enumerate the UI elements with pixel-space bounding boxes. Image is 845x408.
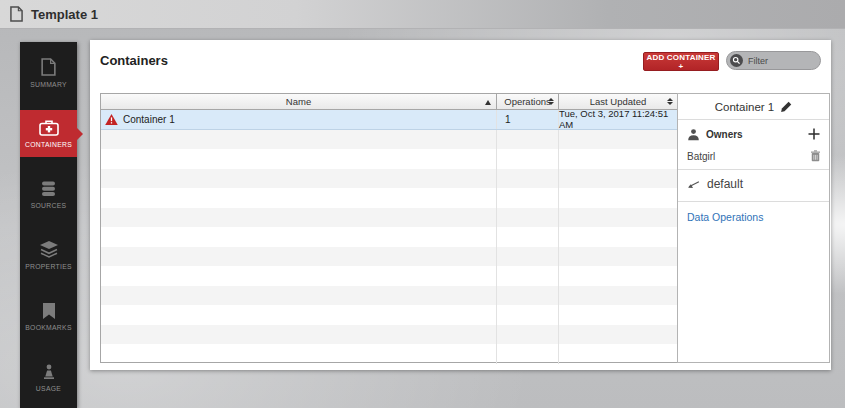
last-updated-cell bbox=[558, 169, 677, 189]
empty-table-row bbox=[101, 247, 677, 267]
person-icon bbox=[687, 128, 700, 141]
window-title: Template 1 bbox=[31, 7, 98, 22]
empty-table-row bbox=[101, 344, 677, 364]
sidebar-item-label: SUMMARY bbox=[30, 81, 67, 88]
name-cell bbox=[101, 208, 496, 228]
last-updated-cell: Tue, Oct 3, 2017 11:24:51 AM bbox=[558, 110, 677, 129]
last-updated-cell bbox=[558, 305, 677, 325]
last-updated-cell bbox=[558, 208, 677, 228]
sidebar-item-label: PROPERTIES bbox=[25, 263, 72, 270]
table-body: Container 1 1 Tue, Oct 3, 2017 11:24:51 … bbox=[101, 110, 677, 364]
branch-name: default bbox=[707, 177, 743, 191]
last-updated-cell bbox=[558, 227, 677, 247]
operations-cell bbox=[496, 188, 558, 208]
sidebar-item-label: SOURCES bbox=[31, 202, 67, 209]
add-container-button[interactable]: ADD CONTAINER + bbox=[643, 52, 719, 71]
empty-table-row bbox=[101, 188, 677, 208]
column-label: Name bbox=[286, 96, 311, 107]
empty-table-row bbox=[101, 266, 677, 286]
name-cell bbox=[101, 286, 496, 306]
empty-table-row bbox=[101, 286, 677, 306]
owners-label: Owners bbox=[706, 129, 802, 140]
table-header: Name Operations Last Updated bbox=[101, 94, 677, 110]
last-updated-cell bbox=[558, 247, 677, 267]
top-bar: Template 1 bbox=[0, 0, 845, 29]
operations-cell bbox=[496, 247, 558, 267]
remove-owner-trash-icon[interactable] bbox=[811, 150, 820, 162]
containers-table: Name Operations Last Updated Container 1 bbox=[100, 93, 678, 363]
search-icon bbox=[730, 54, 743, 67]
owner-name: Batgirl bbox=[687, 151, 805, 162]
edit-pencil-icon[interactable] bbox=[780, 101, 792, 113]
operations-cell bbox=[496, 208, 558, 228]
sidebar-item-usage[interactable]: USAGE bbox=[20, 347, 77, 408]
empty-table-row bbox=[101, 130, 677, 150]
summary-doc-icon bbox=[41, 58, 56, 76]
sidebar-item-bookmarks[interactable]: BOOKMARKS bbox=[20, 286, 77, 347]
detail-title-row: Container 1 bbox=[678, 94, 829, 120]
name-cell: Container 1 bbox=[101, 110, 496, 129]
main-panel: Containers ADD CONTAINER + Name Operatio… bbox=[90, 40, 831, 370]
sort-both-icon bbox=[548, 98, 554, 106]
column-label: Operations bbox=[504, 96, 550, 107]
container-name: Container 1 bbox=[123, 114, 175, 125]
name-cell bbox=[101, 130, 496, 150]
operations-cell bbox=[496, 266, 558, 286]
empty-table-row bbox=[101, 227, 677, 247]
operations-cell bbox=[496, 325, 558, 345]
operations-cell: 1 bbox=[496, 110, 558, 129]
container-detail-panel: Container 1 Owners Batgirl defau bbox=[677, 93, 830, 363]
name-cell bbox=[101, 325, 496, 345]
add-owner-plus-icon[interactable] bbox=[808, 128, 820, 140]
name-cell bbox=[101, 169, 496, 189]
operations-cell bbox=[496, 169, 558, 189]
usage-icon bbox=[41, 364, 57, 380]
last-updated-cell bbox=[558, 325, 677, 345]
detail-container-title: Container 1 bbox=[715, 101, 774, 113]
name-cell bbox=[101, 149, 496, 169]
sort-asc-icon bbox=[485, 100, 491, 105]
sidebar-item-label: BOOKMARKS bbox=[25, 324, 72, 331]
name-cell bbox=[101, 188, 496, 208]
last-updated-cell bbox=[558, 188, 677, 208]
owner-row: Batgirl bbox=[678, 146, 829, 166]
owners-header-row: Owners bbox=[678, 122, 829, 146]
last-updated-cell bbox=[558, 344, 677, 364]
column-header-last-updated[interactable]: Last Updated bbox=[558, 94, 677, 109]
database-icon bbox=[41, 181, 56, 197]
empty-table-row bbox=[101, 305, 677, 325]
last-updated-cell bbox=[558, 130, 677, 150]
filter-input[interactable] bbox=[748, 56, 818, 66]
empty-table-row bbox=[101, 169, 677, 189]
name-cell bbox=[101, 305, 496, 325]
operations-cell bbox=[496, 344, 558, 364]
name-cell bbox=[101, 266, 496, 286]
layers-icon bbox=[40, 241, 58, 258]
column-label: Last Updated bbox=[590, 96, 647, 107]
table-row-container-1[interactable]: Container 1 1 Tue, Oct 3, 2017 11:24:51 … bbox=[101, 110, 677, 130]
filter-box bbox=[726, 51, 821, 70]
last-updated-cell bbox=[558, 266, 677, 286]
sidebar-item-sources[interactable]: SOURCES bbox=[20, 164, 77, 225]
column-header-operations[interactable]: Operations bbox=[496, 94, 558, 109]
data-operations-link[interactable]: Data Operations bbox=[678, 202, 829, 232]
operations-cell bbox=[496, 149, 558, 169]
sidebar-item-label: USAGE bbox=[36, 385, 61, 392]
warning-icon bbox=[105, 114, 118, 125]
operations-cell bbox=[496, 130, 558, 150]
branch-row: default bbox=[678, 170, 829, 198]
column-header-name[interactable]: Name bbox=[101, 94, 496, 109]
sidebar-item-label: CONTAINERS bbox=[25, 141, 72, 148]
operations-cell bbox=[496, 286, 558, 306]
containers-bag-icon bbox=[39, 120, 59, 136]
last-updated-cell bbox=[558, 149, 677, 169]
sidebar-item-summary[interactable]: SUMMARY bbox=[20, 42, 77, 103]
bookmark-icon bbox=[43, 303, 55, 319]
sidebar-item-containers[interactable]: CONTAINERS bbox=[20, 103, 77, 164]
operations-cell bbox=[496, 227, 558, 247]
sidebar-item-properties[interactable]: PROPERTIES bbox=[20, 225, 77, 286]
empty-table-row bbox=[101, 208, 677, 228]
empty-table-row bbox=[101, 325, 677, 345]
name-cell bbox=[101, 247, 496, 267]
branch-icon bbox=[687, 180, 700, 189]
